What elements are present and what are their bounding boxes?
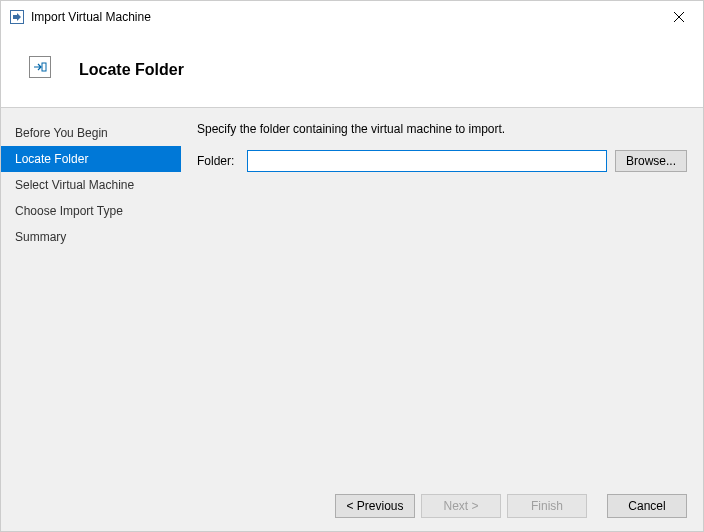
- main-panel: Specify the folder containing the virtua…: [181, 108, 703, 480]
- app-icon: [9, 9, 25, 25]
- browse-button[interactable]: Browse...: [615, 150, 687, 172]
- next-button[interactable]: Next >: [421, 494, 501, 518]
- sidebar-item-summary[interactable]: Summary: [1, 224, 181, 250]
- folder-row: Folder: Browse...: [197, 150, 687, 172]
- cancel-button[interactable]: Cancel: [607, 494, 687, 518]
- window-title: Import Virtual Machine: [31, 10, 659, 24]
- finish-button[interactable]: Finish: [507, 494, 587, 518]
- wizard-header: Locate Folder: [1, 33, 703, 108]
- sidebar-item-locate-folder[interactable]: Locate Folder: [1, 146, 181, 172]
- wizard-footer: < Previous Next > Finish Cancel: [1, 480, 703, 532]
- sidebar-item-select-vm[interactable]: Select Virtual Machine: [1, 172, 181, 198]
- previous-button[interactable]: < Previous: [335, 494, 415, 518]
- titlebar: Import Virtual Machine: [1, 1, 703, 33]
- sidebar-item-before-you-begin[interactable]: Before You Begin: [1, 120, 181, 146]
- svg-rect-1: [42, 63, 46, 71]
- close-button[interactable]: [659, 3, 699, 31]
- sidebar-item-choose-import-type[interactable]: Choose Import Type: [1, 198, 181, 224]
- wizard-steps-sidebar: Before You Begin Locate Folder Select Vi…: [1, 108, 181, 480]
- folder-label: Folder:: [197, 154, 239, 168]
- content-area: Before You Begin Locate Folder Select Vi…: [1, 108, 703, 480]
- page-title: Locate Folder: [79, 61, 184, 79]
- folder-input[interactable]: [247, 150, 607, 172]
- instruction-text: Specify the folder containing the virtua…: [197, 122, 687, 136]
- import-icon: [29, 56, 51, 78]
